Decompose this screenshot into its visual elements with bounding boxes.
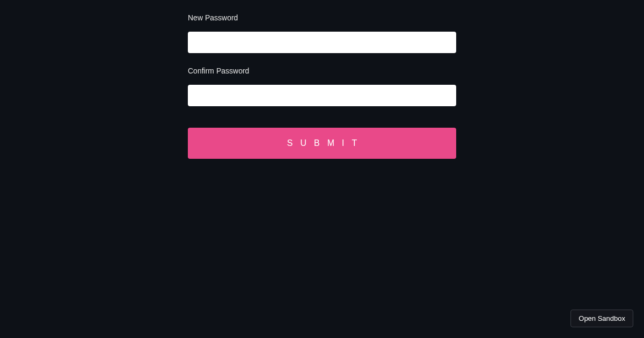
new-password-group: New Password	[188, 13, 456, 53]
new-password-label: New Password	[188, 13, 456, 22]
confirm-password-label: Confirm Password	[188, 67, 456, 75]
confirm-password-group: Confirm Password	[188, 67, 456, 106]
submit-button[interactable]: SUBMIT	[188, 128, 456, 159]
confirm-password-input[interactable]	[188, 85, 456, 106]
password-form: New Password Confirm Password SUBMIT	[188, 0, 456, 159]
new-password-input[interactable]	[188, 32, 456, 53]
open-sandbox-button[interactable]: Open Sandbox	[570, 310, 633, 327]
